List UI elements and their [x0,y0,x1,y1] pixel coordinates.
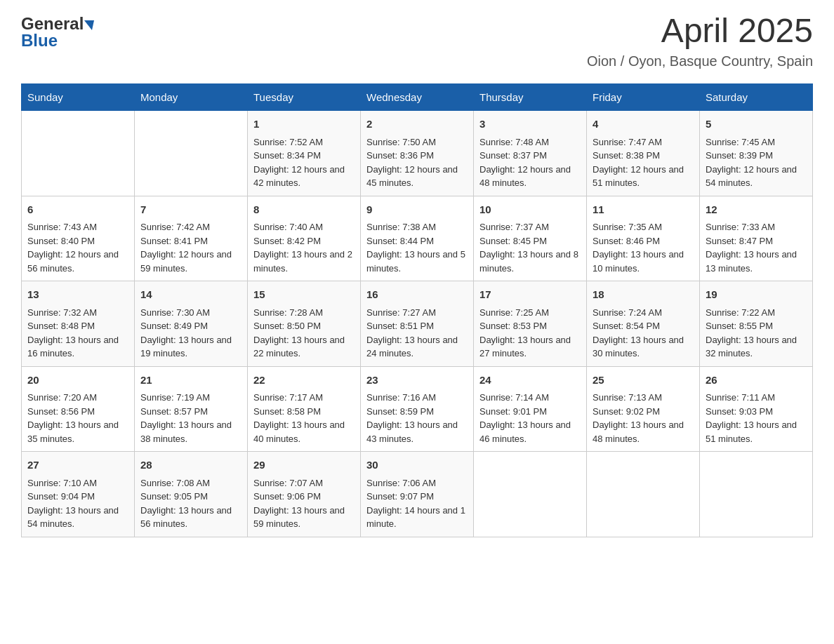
day-info: Sunrise: 7:42 AMSunset: 8:41 PMDaylight:… [140,222,232,274]
calendar-cell: 2Sunrise: 7:50 AMSunset: 8:36 PMDaylight… [361,111,474,196]
calendar-cell: 8Sunrise: 7:40 AMSunset: 8:42 PMDaylight… [248,196,361,281]
day-info: Sunrise: 7:38 AMSunset: 8:44 PMDaylight:… [366,222,465,274]
day-info: Sunrise: 7:16 AMSunset: 8:59 PMDaylight:… [366,392,458,444]
logo-arrow-icon [84,20,94,30]
day-number: 19 [706,287,807,303]
page-title: April 2025 [587,14,813,48]
day-info: Sunrise: 7:11 AMSunset: 9:03 PMDaylight:… [706,392,797,444]
day-info: Sunrise: 7:45 AMSunset: 8:39 PMDaylight:… [706,137,797,189]
calendar-cell: 26Sunrise: 7:11 AMSunset: 9:03 PMDayligh… [700,366,813,452]
day-info: Sunrise: 7:27 AMSunset: 8:51 PMDaylight:… [366,307,458,359]
day-number: 7 [140,202,241,218]
day-number: 18 [593,287,694,303]
day-number: 3 [479,116,581,133]
day-info: Sunrise: 7:47 AMSunset: 8:38 PMDaylight:… [593,137,684,189]
weekday-header-saturday: Saturday [700,84,813,111]
calendar-cell [22,111,135,196]
day-number: 12 [706,202,807,218]
day-number: 2 [366,116,468,133]
calendar-cell: 4Sunrise: 7:47 AMSunset: 8:38 PMDaylight… [587,111,700,196]
day-info: Sunrise: 7:06 AMSunset: 9:07 PMDaylight:… [366,478,465,530]
day-number: 22 [253,373,355,389]
day-info: Sunrise: 7:13 AMSunset: 9:02 PMDaylight:… [593,392,684,444]
calendar-cell: 28Sunrise: 7:08 AMSunset: 9:05 PMDayligh… [135,452,248,537]
calendar-cell: 18Sunrise: 7:24 AMSunset: 8:54 PMDayligh… [587,281,700,367]
page-subtitle: Oion / Oyon, Basque Country, Spain [587,53,813,69]
title-area: April 2025 Oion / Oyon, Basque Country, … [587,14,813,69]
calendar-table: SundayMondayTuesdayWednesdayThursdayFrid… [21,83,813,537]
calendar-cell: 14Sunrise: 7:30 AMSunset: 8:49 PMDayligh… [135,281,248,367]
day-number: 1 [253,116,355,133]
day-number: 25 [593,373,694,389]
calendar-cell: 17Sunrise: 7:25 AMSunset: 8:53 PMDayligh… [474,281,587,367]
day-number: 8 [253,202,355,218]
day-info: Sunrise: 7:35 AMSunset: 8:46 PMDaylight:… [593,222,684,274]
calendar-cell: 11Sunrise: 7:35 AMSunset: 8:46 PMDayligh… [587,196,700,281]
day-number: 20 [27,373,128,389]
day-number: 11 [593,202,694,218]
calendar-week-row: 1Sunrise: 7:52 AMSunset: 8:34 PMDaylight… [22,111,813,196]
calendar-cell [700,452,813,537]
day-info: Sunrise: 7:28 AMSunset: 8:50 PMDaylight:… [253,307,345,359]
day-info: Sunrise: 7:25 AMSunset: 8:53 PMDaylight:… [479,307,571,359]
day-number: 29 [253,457,355,474]
day-number: 4 [593,116,694,133]
calendar-header-row: SundayMondayTuesdayWednesdayThursdayFrid… [22,84,813,111]
day-number: 27 [27,457,128,474]
calendar-cell: 21Sunrise: 7:19 AMSunset: 8:57 PMDayligh… [135,366,248,452]
calendar-cell: 5Sunrise: 7:45 AMSunset: 8:39 PMDaylight… [700,111,813,196]
calendar-week-row: 20Sunrise: 7:20 AMSunset: 8:56 PMDayligh… [22,366,813,452]
weekday-header-friday: Friday [587,84,700,111]
day-info: Sunrise: 7:19 AMSunset: 8:57 PMDaylight:… [140,392,232,444]
calendar-cell: 30Sunrise: 7:06 AMSunset: 9:07 PMDayligh… [361,452,474,537]
calendar-cell: 29Sunrise: 7:07 AMSunset: 9:06 PMDayligh… [248,452,361,537]
day-number: 5 [706,116,807,133]
day-info: Sunrise: 7:32 AMSunset: 8:48 PMDaylight:… [27,307,119,359]
calendar-cell: 27Sunrise: 7:10 AMSunset: 9:04 PMDayligh… [22,452,135,537]
calendar-cell: 20Sunrise: 7:20 AMSunset: 8:56 PMDayligh… [22,366,135,452]
day-info: Sunrise: 7:30 AMSunset: 8:49 PMDaylight:… [140,307,232,359]
calendar-cell [135,111,248,196]
weekday-header-monday: Monday [135,84,248,111]
calendar-cell: 7Sunrise: 7:42 AMSunset: 8:41 PMDaylight… [135,196,248,281]
day-number: 21 [140,373,241,389]
calendar-cell: 1Sunrise: 7:52 AMSunset: 8:34 PMDaylight… [248,111,361,196]
day-number: 10 [479,202,581,218]
logo: General Blue [21,14,94,51]
day-number: 14 [140,287,241,303]
day-info: Sunrise: 7:43 AMSunset: 8:40 PMDaylight:… [27,222,119,274]
day-info: Sunrise: 7:48 AMSunset: 8:37 PMDaylight:… [479,137,571,189]
day-number: 16 [366,287,468,303]
day-info: Sunrise: 7:10 AMSunset: 9:04 PMDaylight:… [27,478,119,530]
calendar-week-row: 13Sunrise: 7:32 AMSunset: 8:48 PMDayligh… [22,281,813,367]
day-info: Sunrise: 7:07 AMSunset: 9:06 PMDaylight:… [253,478,345,530]
page-header: General Blue April 2025 Oion / Oyon, Bas… [21,14,813,69]
day-number: 9 [366,202,468,218]
day-info: Sunrise: 7:37 AMSunset: 8:45 PMDaylight:… [479,222,578,274]
weekday-header-sunday: Sunday [22,84,135,111]
weekday-header-tuesday: Tuesday [248,84,361,111]
day-info: Sunrise: 7:52 AMSunset: 8:34 PMDaylight:… [253,137,345,189]
calendar-cell: 3Sunrise: 7:48 AMSunset: 8:37 PMDaylight… [474,111,587,196]
day-info: Sunrise: 7:22 AMSunset: 8:55 PMDaylight:… [706,307,797,359]
day-number: 24 [479,373,581,389]
day-info: Sunrise: 7:14 AMSunset: 9:01 PMDaylight:… [479,392,571,444]
day-number: 17 [479,287,581,303]
calendar-cell: 13Sunrise: 7:32 AMSunset: 8:48 PMDayligh… [22,281,135,367]
calendar-cell: 25Sunrise: 7:13 AMSunset: 9:02 PMDayligh… [587,366,700,452]
calendar-cell: 19Sunrise: 7:22 AMSunset: 8:55 PMDayligh… [700,281,813,367]
calendar-cell: 22Sunrise: 7:17 AMSunset: 8:58 PMDayligh… [248,366,361,452]
day-info: Sunrise: 7:08 AMSunset: 9:05 PMDaylight:… [140,478,232,530]
day-info: Sunrise: 7:40 AMSunset: 8:42 PMDaylight:… [253,222,352,274]
calendar-cell: 23Sunrise: 7:16 AMSunset: 8:59 PMDayligh… [361,366,474,452]
day-number: 13 [27,287,128,303]
weekday-header-wednesday: Wednesday [361,84,474,111]
calendar-cell [587,452,700,537]
day-number: 28 [140,457,241,474]
day-number: 23 [366,373,468,389]
day-number: 15 [253,287,355,303]
day-info: Sunrise: 7:33 AMSunset: 8:47 PMDaylight:… [706,222,797,274]
calendar-cell: 12Sunrise: 7:33 AMSunset: 8:47 PMDayligh… [700,196,813,281]
calendar-cell: 10Sunrise: 7:37 AMSunset: 8:45 PMDayligh… [474,196,587,281]
day-info: Sunrise: 7:20 AMSunset: 8:56 PMDaylight:… [27,392,119,444]
